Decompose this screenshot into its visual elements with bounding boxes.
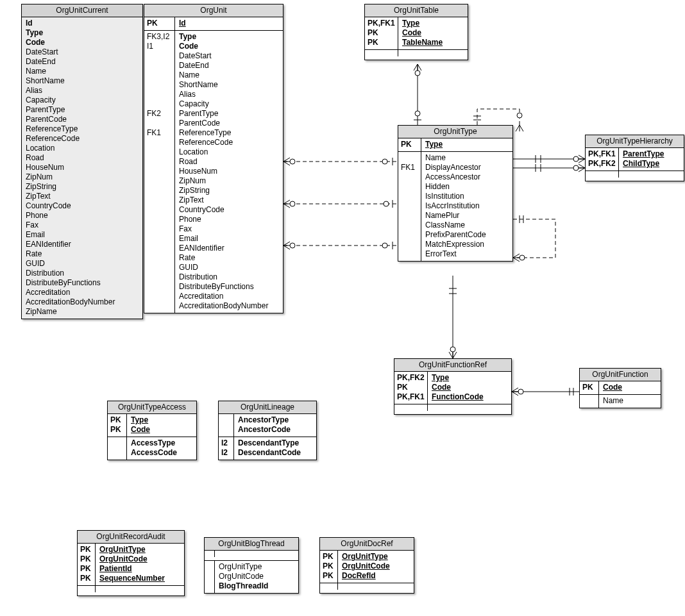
svg-point-45 [518,389,523,394]
entity-orgunittypehierarchy: OrgUnitTypeHierarchy PK,FK1PK,FK2 Parent… [585,135,684,181]
entity-orgunitrecordaudit: OrgUnitRecordAudit PKPKPKPK OrgUnitTypeO… [77,530,185,596]
entity-body-section: FK3,I2I1 FK2 FK1 TypeCodeDateStartDateEn… [144,31,283,313]
svg-point-43 [450,347,455,352]
entity-title: OrgUnitLineage [219,401,316,414]
entity-orgunitfunction: OrgUnitFunction PK Code Name [579,368,661,408]
entity-title: OrgUnitBlogThread [205,538,298,551]
entity-orgunittypeaccess: OrgUnitTypeAccess PKPK TypeCode AccessTy… [107,401,197,460]
entity-orgunitdocref: OrgUnitDocRef PKPKPK OrgUnitTypeOrgUnitC… [319,537,414,594]
entity-title: OrgUnitTable [365,4,468,17]
entity-orgunittable: OrgUnitTable PK,FK1PKPK TypeCodeTableNam… [364,4,468,60]
svg-point-23 [415,111,420,116]
svg-point-13 [382,159,387,164]
svg-point-22 [415,71,420,76]
svg-point-12 [290,159,295,164]
entity-title: OrgUnitTypeHierarchy [586,135,684,148]
svg-point-36 [573,165,579,171]
entity-title: OrgUnitFunctionRef [394,359,511,372]
svg-point-16 [384,201,389,206]
entity-title: OrgUnit [144,4,283,17]
entity-pk-section: PK Id [144,17,283,31]
svg-point-18 [290,243,295,248]
svg-point-27 [517,113,522,118]
entity-orgunitfunctionref: OrgUnitFunctionRef PK,FK2PKPK,FK1 TypeCo… [394,358,512,415]
entity-orgunitblogthread: OrgUnitBlogThread OrgUnitTypeOrgUnitCode… [204,537,299,594]
entity-attrs: IdTypeCodeDateStartDateEndNameShortNameA… [22,17,142,319]
entity-orgunitlineage: OrgUnitLineage AncestorTypeAncestorCode … [218,401,317,460]
entity-orgunitcurrent: OrgUnitCurrent IdTypeCodeDateStartDateEn… [21,4,143,319]
entity-orgunittype: OrgUnitType PK Type FK1 NameDisplayAnces… [398,125,513,262]
entity-title: OrgUnitDocRef [320,538,414,551]
entity-title: OrgUnitCurrent [22,4,142,17]
entity-title: OrgUnitFunction [580,369,661,381]
svg-point-19 [382,243,387,248]
svg-point-32 [573,156,579,162]
entity-title: OrgUnitRecordAudit [78,531,184,544]
svg-point-39 [520,255,525,260]
entity-title: OrgUnitTypeAccess [108,401,196,414]
entity-title: OrgUnitType [398,126,512,138]
entity-orgunit: OrgUnit PK Id FK3,I2I1 FK2 FK1 TypeCodeD… [144,4,283,313]
svg-point-15 [290,201,295,206]
